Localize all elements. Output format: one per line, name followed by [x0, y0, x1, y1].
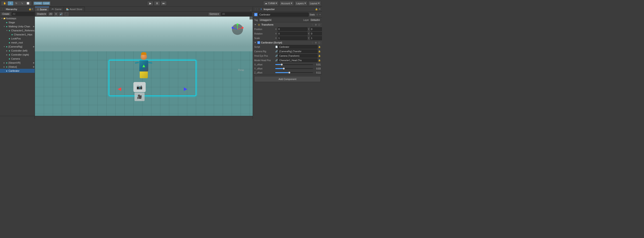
- hmd-eye-link-icon: 🔗: [275, 55, 278, 57]
- svg-point-8: [232, 27, 234, 29]
- transform-settings-btn[interactable]: ⚙: [314, 24, 317, 26]
- object-enabled-checkbox[interactable]: ✓: [254, 13, 258, 16]
- gizmo-svg: X Y Z: [232, 23, 244, 36]
- y-offset-slider-track[interactable]: [275, 68, 313, 69]
- z-offset-slider-thumb[interactable]: [288, 72, 290, 73]
- svg-text:X: X: [242, 26, 242, 27]
- y-offset-row: Y_offset 0.03: [253, 67, 322, 71]
- layers-dropdown[interactable]: Layers ▾: [295, 1, 308, 6]
- tab-asset-store[interactable]: 🏪 Asset Store: [64, 7, 85, 12]
- object-name-field[interactable]: [258, 13, 308, 17]
- hierarchy-item-ctrl-right[interactable]: ▶ ◆ Controller (right): [0, 53, 35, 57]
- hierarchy-item-mesh-root[interactable]: ◆ mesh_root: [0, 41, 35, 45]
- rotation-y-group: Y: [308, 32, 322, 35]
- z-offset-slider-fill: [275, 72, 288, 73]
- scale-tool-button[interactable]: ⤡: [20, 1, 25, 5]
- 2d-toggle[interactable]: 2D: [48, 12, 53, 16]
- hierarchy-item-footsteps[interactable]: ▼ 📁 footsteps: [0, 16, 35, 20]
- pause-icon: ⏸: [156, 2, 158, 5]
- layout-dropdown[interactable]: Layout ▾: [308, 1, 321, 6]
- static-checkbox[interactable]: [316, 13, 319, 16]
- model-head-pos-value[interactable]: Character1_Head (Tra: [278, 58, 318, 62]
- hierarchy-item-camera-rig[interactable]: ▼ ◆ [CameraRig] ▶: [0, 45, 35, 49]
- pause-button[interactable]: ⏸: [154, 1, 160, 6]
- tag-dropdown[interactable]: Untagged ▾: [259, 18, 272, 22]
- caribrator-menu-btn[interactable]: ⋮: [311, 41, 314, 44]
- rotation-x-field[interactable]: [278, 32, 308, 35]
- shading-mode-label: Shaded: [37, 13, 44, 15]
- scene-view[interactable]: 📷 🎥 X: [35, 17, 253, 116]
- transform-component-header[interactable]: ▼ ⊞ Transform ⋮ ⚙ ⬡: [253, 22, 322, 27]
- hierarchy-menu-icon: ☰: [31, 8, 33, 10]
- scale-y-field[interactable]: [310, 36, 322, 40]
- tab-game[interactable]: 🎮 Game: [49, 7, 64, 12]
- z-offset-slider-track[interactable]: [275, 72, 313, 73]
- transform-external-btn[interactable]: ⬡: [318, 24, 321, 26]
- hierarchy-item-camera[interactable]: ◆ Camera: [0, 57, 35, 61]
- shading-mode-dropdown[interactable]: Shaded ▾: [36, 12, 47, 16]
- caribrator-enabled-checkbox[interactable]: ✓: [258, 41, 260, 44]
- hand-tool-button[interactable]: ✋: [2, 1, 8, 5]
- scale-x-field[interactable]: [278, 36, 308, 40]
- asset-store-tab-icon: 🏪: [66, 8, 69, 10]
- audio-button[interactable]: 🔊: [59, 12, 63, 16]
- hmd-eye-pos-value[interactable]: Camera (Transform): [278, 54, 318, 58]
- local-button[interactable]: Local: [43, 2, 50, 5]
- scene-minimize-button[interactable]: _: [249, 7, 253, 12]
- camera-rig-value[interactable]: [CameraRig] (Transfor: [278, 50, 318, 53]
- hierarchy-item-unity-chan[interactable]: ▼ ◆ Walking Unity-Chan ▶: [0, 25, 35, 29]
- script-value[interactable]: Caribrator: [278, 45, 318, 49]
- rotation-y-field[interactable]: [310, 32, 322, 35]
- step-button[interactable]: ⏭: [160, 1, 167, 6]
- position-x-field[interactable]: [278, 27, 308, 31]
- x-offset-slider-track[interactable]: [275, 64, 313, 65]
- caribrator-script-component: ▼ ✓ Caribrator (Script) ⋮ ⚙ ⬡ Script 📄 C…: [253, 41, 322, 75]
- transform-menu-btn[interactable]: ⋮: [311, 24, 314, 26]
- x-offset-slider-fill: [275, 64, 281, 65]
- play-button[interactable]: ▶: [147, 1, 154, 6]
- hierarchy-item-steamvr[interactable]: ▶ ◆ [SteamVR] ▶: [0, 61, 35, 65]
- hand-icon: ✋: [3, 2, 6, 5]
- tab-scene[interactable]: ⬡ Scene: [35, 7, 49, 12]
- hierarchy-item-stage[interactable]: ◆ Stage: [0, 20, 35, 25]
- rotate-tool-button[interactable]: ↻: [14, 1, 19, 5]
- move-tool-button[interactable]: ✛: [8, 1, 13, 5]
- x-offset-slider-thumb[interactable]: [281, 64, 283, 65]
- caribrator-settings-btn[interactable]: ⚙: [314, 41, 317, 44]
- model-head-pos-label: Model Head Pos: [254, 59, 274, 62]
- scene-search-input[interactable]: [221, 12, 252, 16]
- center-button[interactable]: Center: [34, 2, 42, 5]
- scene-minimize-bar[interactable]: _: [250, 17, 253, 20]
- add-component-button[interactable]: Add Component: [254, 76, 321, 82]
- inspector-title: Inspector: [264, 8, 275, 11]
- layer-dropdown[interactable]: Default ▾: [310, 18, 321, 22]
- y-offset-slider-thumb[interactable]: [283, 68, 285, 69]
- create-dropdown[interactable]: Create: [1, 12, 11, 16]
- collab-dropdown[interactable]: ☁ Collab ▾: [263, 1, 278, 6]
- account-dropdown[interactable]: Account ▾: [280, 1, 294, 6]
- x-offset-label: X_offset: [254, 63, 274, 66]
- x-offset-row: X_offset 0.01: [253, 63, 322, 67]
- center-area: ⬡ Scene 🎮 Game 🏪 Asset Store _ Shaded ▾ …: [35, 7, 253, 119]
- mesh-root-label: mesh_root: [11, 41, 23, 44]
- rect-tool-button[interactable]: ⬜: [25, 1, 31, 5]
- hierarchy-item-lookpos[interactable]: ◆ LookPos: [0, 37, 35, 41]
- lighting-button[interactable]: ☀: [54, 12, 58, 16]
- gizmos-button[interactable]: Gizmos ▾: [208, 12, 220, 16]
- persp-label: Persp: [238, 69, 244, 71]
- hierarchy-item-caribrator[interactable]: ◆ Caribrator: [0, 69, 35, 73]
- hierarchy-item-char-hips[interactable]: ◆ Character1_Hips: [0, 33, 35, 37]
- caribrator-component-header[interactable]: ▼ ✓ Caribrator (Script) ⋮ ⚙ ⬡: [253, 41, 322, 45]
- effects-button[interactable]: ⬛: [64, 12, 69, 16]
- hierarchy-item-char-ref[interactable]: ▼ ◆ Character1_Reference: [0, 29, 35, 33]
- mesh-root-arrow-spacer: [6, 41, 8, 44]
- caribrator-external-btn[interactable]: ⬡: [318, 41, 321, 44]
- gizmo-widget[interactable]: X Y Z: [232, 23, 244, 36]
- main-content: ⋮⋮ Hierarchy 🔒 ☰ Create ▼ 📁 footsteps ◆: [0, 7, 322, 119]
- static-arrow-icon[interactable]: ▾: [320, 14, 321, 16]
- script-file-icon: 📄: [275, 46, 278, 48]
- hierarchy-item-status[interactable]: ▶ ◆ [Status] ▶: [0, 65, 35, 69]
- camera-rig-arrow-icon: ▼: [3, 46, 5, 48]
- hierarchy-item-ctrl-left[interactable]: ▶ ◆ Controller (left): [0, 49, 35, 53]
- position-y-field[interactable]: [310, 27, 322, 31]
